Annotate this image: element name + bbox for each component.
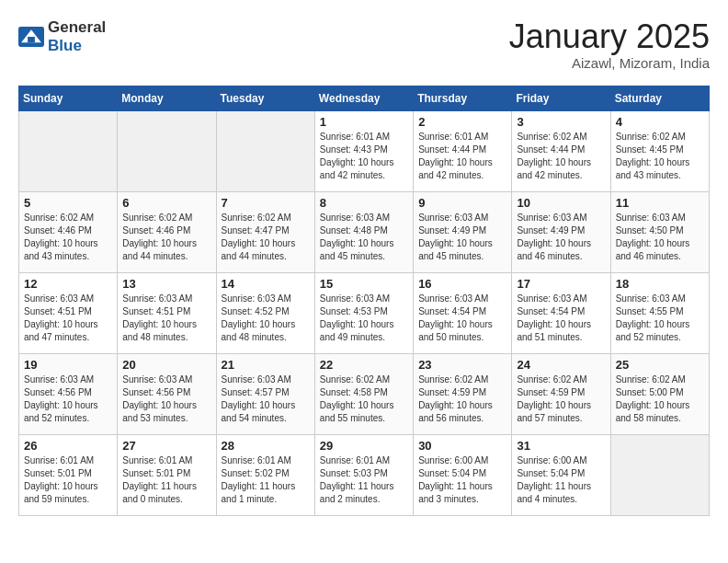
cell-info: Sunrise: 6:02 AM Sunset: 4:58 PM Dayligh…: [320, 373, 408, 425]
generalblue-logo-icon: [18, 27, 44, 47]
day-number: 19: [24, 358, 112, 372]
cell-info: Sunrise: 6:02 AM Sunset: 4:47 PM Dayligh…: [222, 212, 310, 263]
day-number: 12: [24, 277, 112, 291]
cell-info: Sunrise: 6:01 AM Sunset: 5:02 PM Dayligh…: [222, 454, 310, 506]
table-row: 8Sunrise: 6:03 AM Sunset: 4:48 PM Daylig…: [314, 191, 413, 272]
calendar-table: SundayMondayTuesdayWednesdayThursdayFrid…: [18, 86, 710, 516]
header-saturday: Saturday: [610, 86, 709, 110]
week-row-5: 26Sunrise: 6:01 AM Sunset: 5:01 PM Dayli…: [19, 434, 710, 515]
location: Aizawl, Mizoram, India: [509, 55, 710, 71]
table-row: 18Sunrise: 6:03 AM Sunset: 4:55 PM Dayli…: [610, 272, 709, 353]
day-number: 7: [222, 196, 310, 210]
cell-info: Sunrise: 6:02 AM Sunset: 4:46 PM Dayligh…: [122, 212, 210, 263]
table-row: 26Sunrise: 6:01 AM Sunset: 5:01 PM Dayli…: [19, 434, 118, 515]
cell-info: Sunrise: 6:02 AM Sunset: 4:44 PM Dayligh…: [517, 131, 605, 182]
table-row: [19, 110, 118, 191]
table-row: 19Sunrise: 6:03 AM Sunset: 4:56 PM Dayli…: [19, 353, 118, 434]
table-row: 14Sunrise: 6:03 AM Sunset: 4:52 PM Dayli…: [216, 272, 314, 353]
logo: General Blue: [18, 18, 106, 55]
page-header: General Blue January 2025 Aizawl, Mizora…: [18, 18, 710, 71]
cell-info: Sunrise: 6:02 AM Sunset: 5:00 PM Dayligh…: [616, 373, 704, 425]
day-number: 18: [616, 277, 704, 291]
cell-info: Sunrise: 6:01 AM Sunset: 5:03 PM Dayligh…: [320, 454, 408, 506]
cell-info: Sunrise: 6:03 AM Sunset: 4:51 PM Dayligh…: [122, 293, 210, 344]
logo-blue-text: Blue: [48, 37, 82, 54]
table-row: 21Sunrise: 6:03 AM Sunset: 4:57 PM Dayli…: [216, 353, 314, 434]
table-row: 30Sunrise: 6:00 AM Sunset: 5:04 PM Dayli…: [414, 434, 512, 515]
header-monday: Monday: [118, 86, 216, 110]
cell-info: Sunrise: 6:03 AM Sunset: 4:54 PM Dayligh…: [418, 293, 506, 344]
day-number: 20: [122, 358, 210, 372]
table-row: 24Sunrise: 6:02 AM Sunset: 4:59 PM Dayli…: [512, 353, 610, 434]
table-row: 29Sunrise: 6:01 AM Sunset: 5:03 PM Dayli…: [314, 434, 413, 515]
cell-info: Sunrise: 6:03 AM Sunset: 4:53 PM Dayligh…: [320, 293, 408, 344]
week-row-2: 5Sunrise: 6:02 AM Sunset: 4:46 PM Daylig…: [19, 191, 710, 272]
cell-info: Sunrise: 6:01 AM Sunset: 5:01 PM Dayligh…: [122, 454, 210, 506]
day-number: 10: [517, 196, 605, 210]
week-row-4: 19Sunrise: 6:03 AM Sunset: 4:56 PM Dayli…: [19, 353, 710, 434]
table-row: 10Sunrise: 6:03 AM Sunset: 4:49 PM Dayli…: [512, 191, 610, 272]
cell-info: Sunrise: 6:03 AM Sunset: 4:56 PM Dayligh…: [122, 373, 210, 425]
day-number: 22: [320, 358, 408, 372]
table-row: 2Sunrise: 6:01 AM Sunset: 4:44 PM Daylig…: [414, 110, 512, 191]
table-row: [118, 110, 216, 191]
cell-info: Sunrise: 6:02 AM Sunset: 4:45 PM Dayligh…: [616, 131, 704, 182]
cell-info: Sunrise: 6:03 AM Sunset: 4:57 PM Dayligh…: [222, 373, 310, 425]
day-number: 9: [418, 196, 506, 210]
cell-info: Sunrise: 6:01 AM Sunset: 4:44 PM Dayligh…: [418, 131, 506, 182]
cell-info: Sunrise: 6:03 AM Sunset: 4:48 PM Dayligh…: [320, 212, 408, 263]
table-row: 13Sunrise: 6:03 AM Sunset: 4:51 PM Dayli…: [118, 272, 216, 353]
table-row: 27Sunrise: 6:01 AM Sunset: 5:01 PM Dayli…: [118, 434, 216, 515]
table-row: 6Sunrise: 6:02 AM Sunset: 4:46 PM Daylig…: [118, 191, 216, 272]
table-row: 5Sunrise: 6:02 AM Sunset: 4:46 PM Daylig…: [19, 191, 118, 272]
cell-info: Sunrise: 6:03 AM Sunset: 4:49 PM Dayligh…: [517, 212, 605, 263]
cell-info: Sunrise: 6:01 AM Sunset: 5:01 PM Dayligh…: [24, 454, 112, 506]
table-row: 31Sunrise: 6:00 AM Sunset: 5:04 PM Dayli…: [512, 434, 610, 515]
header-friday: Friday: [512, 86, 610, 110]
table-row: 4Sunrise: 6:02 AM Sunset: 4:45 PM Daylig…: [610, 110, 709, 191]
table-row: 9Sunrise: 6:03 AM Sunset: 4:49 PM Daylig…: [414, 191, 512, 272]
header-thursday: Thursday: [414, 86, 512, 110]
cell-info: Sunrise: 6:03 AM Sunset: 4:55 PM Dayligh…: [616, 293, 704, 344]
day-number: 1: [320, 115, 408, 129]
day-number: 26: [24, 439, 112, 453]
day-number: 21: [222, 358, 310, 372]
day-number: 30: [418, 439, 506, 453]
header-sunday: Sunday: [19, 86, 118, 110]
table-row: 25Sunrise: 6:02 AM Sunset: 5:00 PM Dayli…: [610, 353, 709, 434]
day-number: 23: [418, 358, 506, 372]
day-number: 29: [320, 439, 408, 453]
day-number: 11: [616, 196, 704, 210]
day-number: 24: [517, 358, 605, 372]
table-row: 7Sunrise: 6:02 AM Sunset: 4:47 PM Daylig…: [216, 191, 314, 272]
cell-info: Sunrise: 6:03 AM Sunset: 4:52 PM Dayligh…: [222, 293, 310, 344]
cell-info: Sunrise: 6:03 AM Sunset: 4:50 PM Dayligh…: [616, 212, 704, 263]
day-number: 13: [122, 277, 210, 291]
day-number: 16: [418, 277, 506, 291]
title-area: January 2025 Aizawl, Mizoram, India: [509, 18, 710, 71]
day-number: 14: [222, 277, 310, 291]
cell-info: Sunrise: 6:01 AM Sunset: 4:43 PM Dayligh…: [320, 131, 408, 182]
table-row: 16Sunrise: 6:03 AM Sunset: 4:54 PM Dayli…: [414, 272, 512, 353]
table-row: 11Sunrise: 6:03 AM Sunset: 4:50 PM Dayli…: [610, 191, 709, 272]
header-tuesday: Tuesday: [216, 86, 314, 110]
cell-info: Sunrise: 6:02 AM Sunset: 4:46 PM Dayligh…: [24, 212, 112, 263]
cell-info: Sunrise: 6:03 AM Sunset: 4:54 PM Dayligh…: [517, 293, 605, 344]
day-number: 5: [24, 196, 112, 210]
day-number: 28: [222, 439, 310, 453]
cell-info: Sunrise: 6:03 AM Sunset: 4:56 PM Dayligh…: [24, 373, 112, 425]
day-number: 27: [122, 439, 210, 453]
day-number: 25: [616, 358, 704, 372]
table-row: 22Sunrise: 6:02 AM Sunset: 4:58 PM Dayli…: [314, 353, 413, 434]
svg-rect-2: [28, 37, 35, 42]
cell-info: Sunrise: 6:00 AM Sunset: 5:04 PM Dayligh…: [517, 454, 605, 506]
table-row: 28Sunrise: 6:01 AM Sunset: 5:02 PM Dayli…: [216, 434, 314, 515]
table-row: 23Sunrise: 6:02 AM Sunset: 4:59 PM Dayli…: [414, 353, 512, 434]
day-number: 8: [320, 196, 408, 210]
cell-info: Sunrise: 6:02 AM Sunset: 4:59 PM Dayligh…: [517, 373, 605, 425]
table-row: 15Sunrise: 6:03 AM Sunset: 4:53 PM Dayli…: [314, 272, 413, 353]
days-header-row: SundayMondayTuesdayWednesdayThursdayFrid…: [19, 86, 710, 110]
day-number: 31: [517, 439, 605, 453]
header-wednesday: Wednesday: [314, 86, 413, 110]
day-number: 6: [122, 196, 210, 210]
